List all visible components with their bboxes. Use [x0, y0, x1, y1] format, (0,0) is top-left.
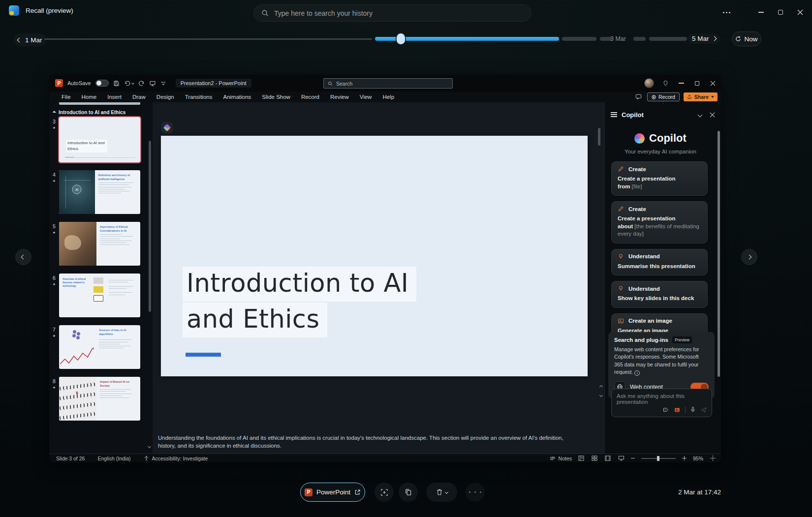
cutoff-slide-thumb[interactable]	[59, 102, 140, 105]
menu-transitions[interactable]: Transitions	[180, 94, 218, 100]
share-button[interactable]: Share	[684, 92, 718, 101]
copilot-card-create-from[interactable]: Create Create a presentation from[file]	[611, 161, 708, 196]
accent-bar[interactable]	[186, 353, 221, 357]
maximize-button[interactable]	[774, 6, 787, 19]
close-pane-icon[interactable]	[710, 112, 715, 118]
slide-row-4[interactable]: 4 AI Definition and history of artificia…	[49, 170, 153, 214]
chevron-down-icon[interactable]	[148, 441, 151, 450]
restore-icon[interactable]	[692, 79, 701, 88]
timeline-next-day-button[interactable]: 5 Mar	[688, 33, 720, 44]
info-icon[interactable]	[634, 370, 640, 376]
thumbnails-scrollbar[interactable]	[149, 141, 151, 312]
close-button[interactable]	[793, 6, 807, 19]
notes-toggle[interactable]: Notes	[550, 456, 572, 461]
timeline-segment[interactable]	[649, 37, 687, 41]
hamburger-menu-icon[interactable]	[611, 112, 617, 117]
open-app-button[interactable]: P PowerPoint	[300, 483, 365, 502]
slide-sorter-icon[interactable]	[592, 456, 597, 461]
copilot-scrollbar[interactable]	[718, 131, 720, 377]
snip-region-button[interactable]	[375, 483, 394, 502]
reading-view-icon[interactable]	[605, 456, 611, 461]
powerpoint-window[interactable]: P AutoSave Presentation2 - PowerPoint Se…	[49, 75, 721, 462]
zoom-slider-thumb[interactable]	[657, 456, 659, 461]
copilot-chat-input[interactable]: Ask me anything about this presentation	[611, 389, 712, 417]
timeline-track[interactable]	[44, 38, 372, 40]
menu-draw[interactable]: Draw	[127, 94, 151, 100]
copilot-card-summarise[interactable]: Understand Summarise this presentation	[611, 249, 708, 276]
send-icon[interactable]	[700, 407, 707, 413]
autosave-toggle[interactable]	[95, 80, 109, 87]
menu-review[interactable]: Review	[325, 94, 354, 100]
slide-thumbnail-selected[interactable]: Introduction to AI and Ethics	[59, 117, 140, 162]
slide-row-5[interactable]: 5 Importance of Ethical Considerations i…	[49, 222, 153, 266]
timeline-segment[interactable]	[562, 37, 596, 41]
next-slide-button[interactable]	[599, 394, 603, 397]
menu-insert[interactable]: Insert	[102, 94, 127, 100]
menu-slideshow[interactable]: Slide Show	[256, 94, 296, 100]
save-icon[interactable]	[113, 80, 120, 87]
account-avatar[interactable]	[644, 78, 654, 88]
previous-slide-button[interactable]	[599, 385, 603, 389]
copy-button[interactable]	[399, 483, 418, 502]
zoom-level[interactable]: 95%	[693, 456, 703, 461]
image-attach-icon[interactable]	[674, 407, 681, 413]
close-icon[interactable]	[708, 79, 717, 88]
menu-help[interactable]: Help	[377, 94, 400, 100]
delete-button[interactable]	[426, 483, 457, 502]
timeline-prev-day-button[interactable]: 1 Mar	[14, 33, 46, 46]
slide-row-8[interactable]: 8 Impact of Biased AI on Society	[49, 377, 153, 421]
menu-view[interactable]: View	[354, 94, 377, 100]
designer-button[interactable]	[161, 122, 173, 133]
timeline-slider-thumb[interactable]	[397, 33, 405, 44]
copilot-card-create-about[interactable]: Create Create a presentation about[the b…	[611, 201, 708, 243]
more-actions-button[interactable]	[466, 483, 485, 502]
customize-toolbar-icon[interactable]	[160, 80, 166, 86]
slide-row-3[interactable]: 3 Introduction to AI and Ethics	[49, 117, 153, 162]
fit-slide-icon[interactable]	[710, 455, 716, 461]
start-slideshow-icon[interactable]	[149, 80, 156, 87]
pin-icon[interactable]	[661, 79, 670, 88]
zoom-out-button[interactable]	[631, 458, 635, 459]
slide-row-7[interactable]: 7	[49, 325, 153, 369]
copilot-card-key-slides[interactable]: Understand Show key slides in this deck	[611, 281, 708, 308]
slideshow-view-icon[interactable]	[618, 456, 625, 461]
powerpoint-search-input[interactable]: Search	[323, 78, 453, 89]
accessibility-status[interactable]: Accessibility: Investigate	[144, 456, 208, 461]
minimize-button[interactable]	[754, 6, 768, 19]
slide-thumbnail[interactable]: Importance of Ethical Considerations in …	[59, 222, 140, 266]
slide-canvas[interactable]: Introduction to AI and Ethics	[161, 136, 588, 376]
slide-thumbnail[interactable]: Overview of ethical theories related to …	[59, 274, 140, 317]
slide-title-textbox[interactable]: Introduction to AI and Ethics	[183, 267, 416, 338]
record-button[interactable]: Record	[647, 92, 680, 101]
pane-options-chevron-icon[interactable]	[698, 112, 703, 117]
editor-scrollbar[interactable]	[598, 128, 600, 146]
redo-icon[interactable]	[138, 80, 145, 87]
zoom-in-button[interactable]	[682, 456, 687, 460]
menu-home[interactable]: Home	[76, 94, 102, 100]
slide-thumbnail[interactable]: Sources of bias in AI algorithms	[59, 325, 140, 369]
slide-counter[interactable]: Slide 3 of 26	[56, 456, 85, 461]
menu-animations[interactable]: Animations	[218, 94, 256, 100]
menu-design[interactable]: Design	[151, 94, 180, 100]
menu-file[interactable]: File	[56, 94, 76, 100]
slide-row-6[interactable]: 6 Overview of ethical theories related t…	[49, 274, 153, 317]
language-indicator[interactable]: English (India)	[97, 456, 130, 461]
undo-icon[interactable]	[124, 80, 134, 87]
comments-icon[interactable]	[634, 92, 643, 101]
snapshot-prev-button[interactable]	[15, 249, 31, 265]
normal-view-icon[interactable]	[578, 456, 584, 461]
slide-thumbnail[interactable]: Impact of Biased AI on Society	[59, 377, 140, 421]
now-button[interactable]: Now	[732, 31, 761, 46]
section-header[interactable]: Introduction to AI and Ethics	[53, 110, 125, 115]
minimize-icon[interactable]	[677, 79, 686, 88]
prompt-guide-icon[interactable]	[662, 407, 669, 413]
microphone-icon[interactable]	[690, 406, 696, 413]
menu-record[interactable]: Record	[296, 94, 325, 100]
snapshot-next-button[interactable]	[741, 249, 757, 265]
more-options-button[interactable]	[719, 6, 733, 19]
timeline-segment[interactable]	[633, 37, 646, 41]
zoom-slider[interactable]	[641, 458, 676, 459]
speaker-notes[interactable]: Understanding the foundations of AI and …	[158, 434, 567, 450]
history-search-input[interactable]: Type here to search your history	[253, 4, 531, 22]
slide-thumbnail[interactable]: AI Definition and history of artificial …	[59, 170, 140, 214]
